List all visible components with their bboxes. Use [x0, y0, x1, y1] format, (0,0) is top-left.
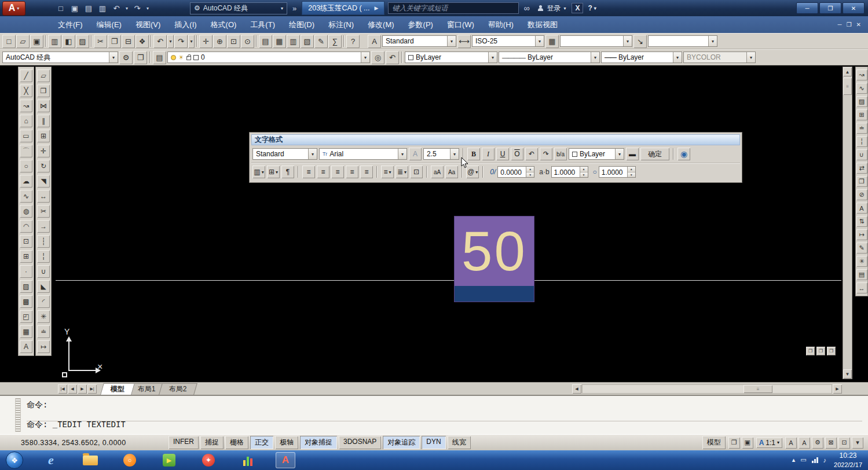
mtext-edit-icon[interactable]: A	[856, 203, 867, 214]
annotation-scale-button[interactable]: A 1:1 ▾	[756, 438, 782, 448]
restore-button[interactable]: ❐	[819, 2, 841, 14]
mtext-value[interactable]: 50	[462, 223, 527, 279]
insert-block-icon[interactable]: ⊡	[20, 235, 32, 248]
plot-preview-icon[interactable]: ◧	[62, 35, 75, 48]
options-button[interactable]: ◉	[677, 148, 690, 160]
align-right-button[interactable]: ≡	[331, 166, 344, 178]
stretch-icon[interactable]: ↔	[37, 190, 50, 203]
autocad-taskbar-button[interactable]: A	[276, 452, 295, 468]
equalizer-app-taskbar-icon[interactable]	[236, 452, 259, 468]
status-menu-icon[interactable]: ▾	[852, 437, 863, 449]
numbering-button[interactable]: ≣ ▾	[395, 166, 408, 178]
circle-icon[interactable]: ○	[20, 160, 32, 172]
open-icon[interactable]: ▱	[16, 35, 30, 48]
zoom-previous-icon[interactable]: ⊙	[241, 35, 254, 48]
tool-palettes-icon[interactable]: ▥	[287, 35, 300, 48]
command-window-grip[interactable]	[15, 398, 21, 432]
dropdown-arrow-icon[interactable]: ▾	[488, 52, 497, 63]
cut-icon[interactable]: ✂	[94, 35, 107, 48]
join-icon[interactable]: ∪	[856, 149, 867, 160]
drawing-canvas[interactable]: 50 Y × ╱╳↝⌂▭⌒○☁∿◍◠⊡⊞∙▨▩◰▦A ▱❐⋈∥⊞✛↻◥↔✂→┆╎…	[0, 65, 868, 382]
toggle-otrack[interactable]: 对象追踪	[383, 436, 420, 449]
new-icon[interactable]: □	[2, 35, 16, 48]
layer-select[interactable]: ☀ 0 ▾	[167, 52, 370, 63]
download-app-taskbar-icon[interactable]: ✦	[197, 452, 220, 468]
table-icon[interactable]: ▦	[20, 325, 32, 338]
separator[interactable]	[90, 35, 93, 47]
insert-field-button[interactable]: ⊡	[410, 166, 423, 178]
mleader-style-select[interactable]: ▾	[648, 35, 717, 47]
mtext-empty-line[interactable]	[455, 286, 534, 302]
redo-icon[interactable]: ↷	[131, 2, 144, 14]
polyline-icon[interactable]: ↝	[20, 100, 32, 112]
login-button[interactable]: 登录 ▾	[537, 3, 566, 13]
search-icon[interactable]: ∞	[523, 3, 529, 13]
rectangle-icon[interactable]: ▭	[20, 130, 32, 142]
exchange-apps-button[interactable]: X	[572, 3, 583, 13]
make-object-layer-current-icon[interactable]: ◎	[371, 51, 384, 64]
command-input[interactable]: 命令: _TEDIT TEXTEDIT	[27, 420, 862, 431]
ellipse-icon[interactable]: ◍	[20, 205, 32, 218]
toggle-osnap[interactable]: 对象捕捉	[300, 436, 337, 449]
spin-down-icon[interactable]: ▼	[526, 172, 534, 178]
ok-button[interactable]: 确定	[640, 148, 669, 160]
separator[interactable]	[195, 35, 199, 47]
window-layout-icon[interactable]: ❐	[134, 51, 147, 64]
toggle-grid[interactable]: 栅格	[225, 436, 248, 449]
width-factor-value[interactable]: 1.0000	[599, 167, 627, 177]
chamfer-icon[interactable]: ◣	[37, 280, 50, 293]
pan-icon[interactable]: ✛	[199, 35, 213, 48]
layer-lock-icon[interactable]	[186, 56, 191, 60]
oblique-angle-spinner[interactable]: 0.0000 ▲▼	[497, 166, 534, 178]
viewport-maximize-icon[interactable]: ❐	[816, 347, 825, 355]
paragraph-button[interactable]: ¶	[281, 166, 294, 178]
point-icon[interactable]: ∙	[20, 265, 32, 278]
break-icon[interactable]: ╎	[37, 250, 50, 263]
publish-icon[interactable]: ▨	[76, 35, 89, 48]
clean-screen-icon[interactable]: ⊡	[838, 437, 850, 449]
draw-order-icon[interactable]: ▤	[856, 269, 867, 280]
reverse-icon[interactable]: ⇄	[856, 163, 867, 174]
media-player-taskbar-icon[interactable]: ▶	[158, 452, 181, 468]
spin-down-icon[interactable]: ▼	[628, 172, 635, 178]
arc-icon[interactable]: ⌒	[20, 145, 32, 157]
copy-nested-icon[interactable]: ❐	[856, 176, 867, 187]
change-space-icon[interactable]: ⇅	[856, 216, 867, 227]
overline-button[interactable]: O	[511, 148, 523, 160]
scroll-up-icon[interactable]: ▲	[843, 67, 852, 76]
infocenter-search-input[interactable]: 键入关键字或短语	[388, 2, 519, 14]
text-style-select[interactable]: Standard ▾	[382, 35, 456, 47]
save-icon[interactable]: ▣	[30, 35, 43, 48]
network-tray-icon[interactable]	[812, 457, 818, 463]
menu-insert[interactable]: 插入(I)	[167, 16, 203, 33]
rotate-icon[interactable]: ↻	[37, 160, 50, 172]
toggle-snap[interactable]: 捕捉	[200, 436, 224, 449]
menu-modify[interactable]: 修改(M)	[361, 16, 401, 33]
spline-icon[interactable]: ∿	[20, 190, 32, 203]
vertical-scroll-thumb[interactable]: ≡	[843, 78, 852, 95]
toggle-polar[interactable]: 极轴	[275, 436, 298, 449]
text-color-select[interactable]: ByLayer ▾	[569, 148, 624, 160]
workspace-dropdown[interactable]: ⚙ AutoCAD 经典 ▾	[190, 2, 287, 14]
layer-on-icon[interactable]	[171, 55, 176, 60]
font-select[interactable]: Tr Arial ▾	[319, 148, 407, 160]
menu-tools[interactable]: 工具(T)	[243, 16, 282, 33]
quickcalc-icon[interactable]: ∑	[328, 35, 342, 48]
title-chevron-icon[interactable]: ▶	[375, 5, 379, 11]
delete-duplicates-icon[interactable]: ⊘	[856, 189, 867, 200]
tracking-spinner[interactable]: 1.0000 ▲▼	[551, 166, 588, 178]
revision-cloud-icon[interactable]: ☁	[20, 175, 32, 188]
explode-text-icon[interactable]: ✳	[856, 256, 867, 267]
layer-properties-icon[interactable]: ▤	[153, 51, 166, 64]
vertical-scrollbar[interactable]: ▲ ≡ ▼	[843, 67, 852, 379]
color-select[interactable]: ByLayer ▾	[405, 52, 497, 63]
menu-format[interactable]: 格式(O)	[204, 16, 244, 33]
align-icon[interactable]: ≐	[37, 325, 50, 338]
dropdown-arrow-icon[interactable]: ▾	[708, 36, 717, 46]
help-button[interactable]: ? ▾	[588, 4, 596, 12]
dropdown-arrow-icon[interactable]: ▾	[398, 149, 406, 159]
menu-file[interactable]: 文件(F)	[51, 16, 90, 33]
match-properties-icon[interactable]: ❖	[135, 35, 149, 48]
horizontal-scroll-thumb[interactable]: ≡	[744, 385, 772, 393]
text-style-icon[interactable]: A	[368, 35, 381, 48]
